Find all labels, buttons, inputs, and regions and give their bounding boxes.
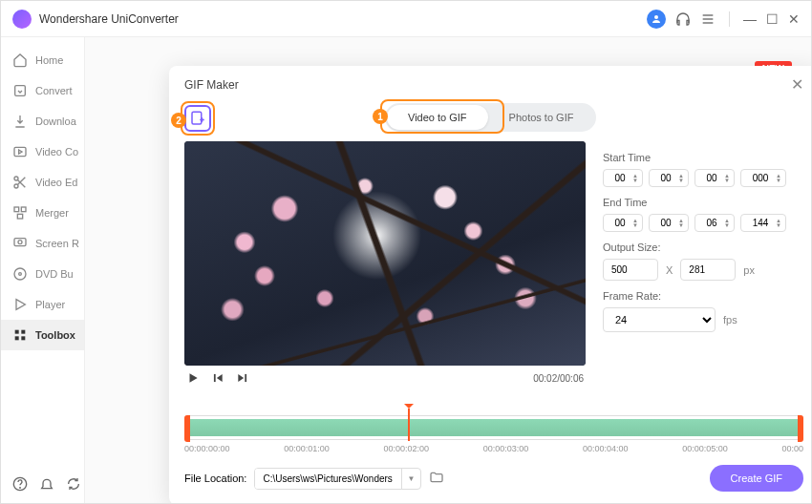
refresh-icon[interactable] <box>66 476 81 492</box>
end-hours-stepper[interactable]: ▲▼ <box>603 214 643 232</box>
home-icon <box>12 52 28 68</box>
svg-point-7 <box>14 184 18 188</box>
stepper-arrows-icon[interactable]: ▲▼ <box>776 174 781 183</box>
sidebar-item-player[interactable]: Player <box>1 289 84 320</box>
end-minutes-stepper[interactable]: ▲▼ <box>649 214 689 232</box>
sidebar-item-toolbox[interactable]: Toolbox <box>1 320 84 350</box>
minimize-button[interactable]: — <box>743 11 757 27</box>
sidebar-item-video-compress[interactable]: Video Co <box>1 136 84 167</box>
menu-icon[interactable] <box>700 11 716 27</box>
start-ms-input[interactable] <box>745 173 776 183</box>
maximize-button[interactable]: ☐ <box>766 11 779 27</box>
play-button[interactable] <box>186 371 200 385</box>
svg-rect-31 <box>245 374 246 382</box>
svg-rect-13 <box>14 239 26 246</box>
sidebar-item-label: Video Ed <box>35 177 77 188</box>
end-seconds-stepper[interactable]: ▲▼ <box>694 214 735 232</box>
stepper-arrows-icon[interactable]: ▲▼ <box>678 174 684 183</box>
stepper-arrows-icon[interactable]: ▲▼ <box>678 219 684 228</box>
width-input[interactable] <box>603 259 658 281</box>
output-size-label: Output Size: <box>603 242 803 253</box>
add-file-button[interactable] <box>184 105 211 132</box>
callout-1: 1 <box>373 109 388 124</box>
timeline-ticks: 00:00:00:00 00:00:01:00 00:00:02:00 00:0… <box>184 444 803 453</box>
end-hours-input[interactable] <box>608 218 632 228</box>
stepper-arrows-icon[interactable]: ▲▼ <box>776 219 781 228</box>
stepper-arrows-icon[interactable]: ▲▼ <box>632 219 638 228</box>
trim-handle-left[interactable] <box>184 415 190 442</box>
end-ms-input[interactable] <box>745 218 776 228</box>
tab-video-to-gif[interactable]: Video to GIF <box>387 105 488 130</box>
sidebar-item-convert[interactable]: Convert <box>1 75 84 106</box>
size-separator: X <box>666 264 673 276</box>
gif-maker-modal: GIF Maker ✕ 2 Video to GIF Photos to GIF… <box>169 66 812 504</box>
end-minutes-input[interactable] <box>653 218 678 228</box>
svg-point-6 <box>14 177 18 180</box>
svg-point-15 <box>14 268 26 280</box>
svg-rect-21 <box>21 336 25 340</box>
tab-photos-to-gif[interactable]: Photos to GIF <box>488 105 595 130</box>
support-icon[interactable] <box>675 11 691 27</box>
tick-label: 00:00:02:00 <box>383 444 429 453</box>
svg-marker-29 <box>217 374 223 382</box>
sidebar-item-home[interactable]: Home <box>1 45 84 75</box>
sidebar-item-label: Convert <box>35 85 73 96</box>
open-folder-button[interactable] <box>429 470 444 487</box>
modal-close-button[interactable]: ✕ <box>791 75 803 94</box>
sidebar-item-merger[interactable]: Merger <box>1 198 84 228</box>
tick-label: 00:00:03:00 <box>483 444 529 453</box>
prev-frame-button[interactable] <box>211 371 224 385</box>
svg-marker-17 <box>16 300 25 310</box>
playhead[interactable] <box>408 409 410 441</box>
end-ms-stepper[interactable]: ▲▼ <box>740 214 786 232</box>
next-frame-button[interactable] <box>236 371 249 385</box>
sidebar-item-label: Toolbox <box>35 329 75 341</box>
start-hours-stepper[interactable]: ▲▼ <box>603 169 643 187</box>
svg-rect-12 <box>17 214 22 219</box>
svg-rect-10 <box>14 207 19 212</box>
trim-handle-right[interactable] <box>798 415 803 442</box>
sidebar-item-video-edit[interactable]: Video Ed <box>1 167 84 198</box>
stepper-arrows-icon[interactable]: ▲▼ <box>724 174 730 183</box>
tab-group: Video to GIF Photos to GIF <box>385 103 596 132</box>
help-icon[interactable] <box>12 476 28 492</box>
end-seconds-input[interactable] <box>699 218 724 228</box>
frame-rate-select[interactable]: 24 <box>603 307 716 332</box>
timeline-track[interactable] <box>184 415 803 440</box>
create-gif-button[interactable]: Create GIF <box>710 465 803 492</box>
account-icon[interactable] <box>647 10 666 29</box>
stepper-arrows-icon[interactable]: ▲▼ <box>724 219 730 228</box>
start-seconds-input[interactable] <box>699 173 724 183</box>
svg-rect-20 <box>15 336 19 340</box>
start-minutes-stepper[interactable]: ▲▼ <box>649 169 689 187</box>
timeline: 00:00:00:00 00:00:01:00 00:00:02:00 00:0… <box>184 415 803 453</box>
svg-rect-11 <box>21 207 26 212</box>
app-logo-icon <box>12 10 32 29</box>
file-location-input[interactable] <box>255 469 400 489</box>
video-preview[interactable] <box>184 141 586 366</box>
start-ms-stepper[interactable]: ▲▼ <box>740 169 786 187</box>
start-time-label: Start Time <box>603 152 803 163</box>
bell-icon[interactable] <box>39 476 54 492</box>
modal-title: GIF Maker <box>184 78 239 92</box>
sidebar-item-download[interactable]: Downloa <box>1 106 84 136</box>
sidebar-item-screen-recorder[interactable]: Screen R <box>1 228 84 259</box>
settings-panel: Start Time ▲▼ ▲▼ ▲▼ ▲▼ End Time ▲▼ ▲▼ ▲▼… <box>603 141 803 410</box>
sidebar-item-dvd-burner[interactable]: DVD Bu <box>1 259 84 289</box>
start-seconds-stepper[interactable]: ▲▼ <box>694 169 735 187</box>
file-location-dropdown[interactable]: ▼ <box>401 469 421 489</box>
stepper-arrows-icon[interactable]: ▲▼ <box>632 174 638 183</box>
sidebar-item-label: Screen R <box>35 238 79 249</box>
svg-rect-18 <box>15 330 19 334</box>
svg-rect-28 <box>214 374 216 382</box>
size-unit: px <box>743 264 755 276</box>
tick-label: 00:00:04:00 <box>583 444 629 453</box>
download-icon <box>12 114 28 129</box>
content-area: NEW editing os or CD. GIF Maker ✕ 2 Vide… <box>85 37 811 503</box>
height-input[interactable] <box>680 259 736 281</box>
close-button[interactable]: ✕ <box>788 11 800 27</box>
svg-marker-27 <box>190 373 198 382</box>
start-hours-input[interactable] <box>608 173 632 183</box>
start-minutes-input[interactable] <box>653 173 678 183</box>
merger-icon <box>12 205 28 220</box>
